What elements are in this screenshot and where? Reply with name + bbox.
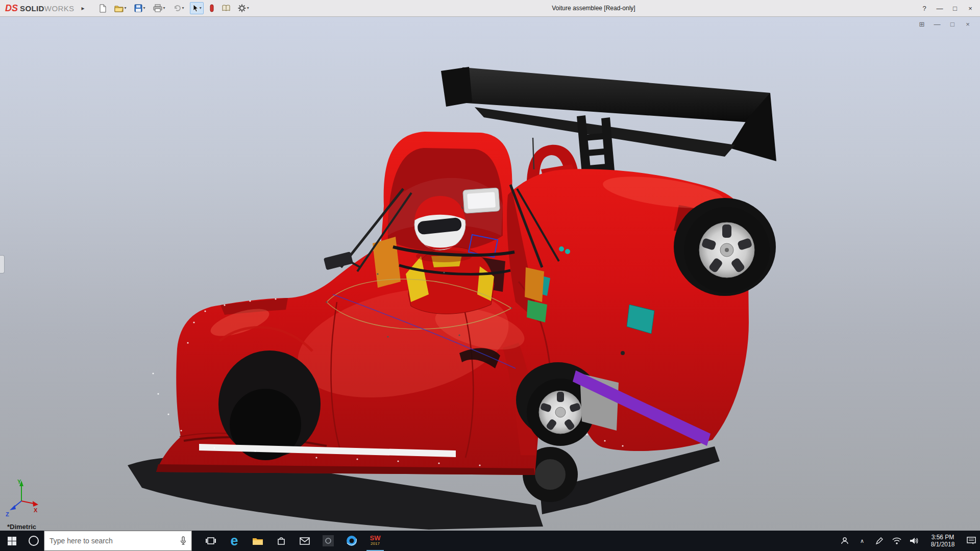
file-explorer-icon (252, 537, 263, 545)
new-document-button[interactable] (97, 2, 109, 15)
appearance-icon (209, 4, 214, 12)
photos-button[interactable] (316, 531, 340, 551)
settings-caret-icon[interactable]: ▾ (247, 6, 249, 10)
brand-works: WORKS (44, 4, 75, 13)
task-view-button[interactable] (199, 531, 223, 551)
app-titlebar: DS SOLID WORKS ▸ ▾ ▾ (0, 0, 980, 17)
triad-x-label: X (34, 507, 38, 513)
print-caret-icon[interactable]: ▾ (163, 6, 165, 10)
clock-time: 3:56 PM (923, 534, 963, 541)
reference-triad: Y X Z (5, 478, 41, 517)
tray-overflow-button[interactable]: ∧ (853, 531, 871, 551)
doc-restore-icon[interactable]: □ (948, 20, 957, 28)
people-button[interactable] (836, 531, 853, 551)
doc-menu-icon[interactable]: ⊞ (918, 20, 926, 28)
settings-button[interactable]: ▾ (236, 2, 251, 14)
select-caret-icon[interactable]: ▾ (200, 6, 202, 10)
brand-solid: SOLID (20, 4, 44, 13)
blue-app-icon (346, 535, 357, 546)
print-icon (153, 4, 162, 12)
car-model (0, 16, 980, 531)
minimize-button[interactable]: — (932, 5, 947, 12)
graphics-area[interactable]: ⊞ — □ × (0, 16, 980, 531)
mail-button[interactable] (293, 531, 316, 551)
window-title: Voiture assemblee [Read-only] (552, 0, 635, 16)
options-book-button[interactable] (220, 3, 232, 14)
open-caret-icon[interactable]: ▾ (125, 6, 127, 10)
panel-splitter-tab[interactable] (0, 255, 5, 273)
mail-envelope-icon (300, 537, 310, 545)
network-button[interactable] (888, 531, 905, 551)
task-view-icon (206, 537, 216, 545)
taskbar-clock[interactable]: 3:56 PM 8/1/2018 (923, 534, 963, 548)
taskbar-search[interactable]: Type here to search (44, 531, 192, 551)
pen-settings-button[interactable] (871, 531, 888, 551)
action-center-button[interactable] (963, 531, 980, 551)
help-button[interactable]: ? (917, 5, 932, 12)
chevron-up-icon: ∧ (860, 538, 864, 544)
doc-close-icon[interactable]: × (964, 20, 972, 28)
triad-z-label: Z (6, 511, 9, 517)
undo-icon (173, 5, 181, 12)
start-button[interactable] (0, 531, 23, 551)
undo-caret-icon[interactable]: ▾ (182, 6, 184, 10)
microphone-icon[interactable] (180, 536, 186, 545)
menu-flyout-button[interactable]: ▸ (82, 5, 85, 12)
new-document-icon (99, 4, 107, 13)
windows-logo-icon (8, 537, 16, 545)
store-button[interactable] (270, 531, 293, 551)
network-wifi-icon (892, 537, 901, 544)
document-window-controls: ⊞ — □ × (918, 20, 972, 28)
standard-toolbar: ▾ ▾ ▾ ▾ (97, 2, 251, 15)
search-placeholder: Type here to search (50, 537, 180, 545)
volume-button[interactable] (905, 531, 923, 551)
save-button[interactable]: ▾ (132, 2, 148, 14)
solidworks-logo: DS SOLID WORKS (5, 3, 75, 14)
action-center-icon (967, 537, 976, 545)
store-bag-icon (277, 536, 286, 545)
photos-icon (323, 535, 334, 546)
cortana-button[interactable] (23, 531, 44, 551)
edge-icon: e (230, 534, 238, 548)
ds-logo-icon: DS (5, 3, 18, 14)
doc-minimize-icon[interactable]: — (933, 20, 941, 28)
clock-date: 8/1/2018 (923, 541, 963, 548)
options-book-icon (222, 5, 230, 12)
appearance-button[interactable] (207, 2, 216, 14)
open-button[interactable]: ▾ (112, 3, 129, 14)
close-button[interactable]: × (963, 5, 978, 12)
system-tray: ∧ 3:56 PM 8/1/2018 (836, 531, 980, 551)
window-controls: ? — □ × (917, 0, 978, 16)
undo-button[interactable]: ▾ (171, 3, 186, 14)
edrawings-button[interactable] (340, 531, 363, 551)
pen-icon (876, 537, 883, 544)
open-folder-icon (114, 5, 124, 12)
rear-right-wheel (674, 198, 776, 296)
print-button[interactable]: ▾ (151, 2, 167, 14)
edge-button[interactable]: e (223, 531, 246, 551)
file-explorer-button[interactable] (246, 531, 270, 551)
view-orientation-label: *Dimetric (7, 523, 36, 531)
taskbar-apps: e (199, 531, 387, 551)
save-icon (134, 4, 142, 12)
triad-y-label: Y (17, 479, 21, 485)
orange-cage-right (525, 267, 544, 302)
gear-icon (238, 4, 246, 12)
maximize-button[interactable]: □ (947, 5, 963, 12)
volume-icon (910, 537, 919, 544)
solidworks-app-icon: SW 2017 (370, 535, 381, 546)
select-cursor-icon (192, 4, 199, 12)
helmet (414, 196, 465, 250)
select-button[interactable]: ▾ (190, 2, 204, 14)
people-icon (840, 537, 849, 545)
solidworks-app-button[interactable]: SW 2017 (363, 531, 387, 551)
cortana-ring-icon (28, 535, 40, 547)
taskbar: Type here to search e (0, 531, 980, 551)
save-caret-icon[interactable]: ▾ (143, 6, 145, 10)
